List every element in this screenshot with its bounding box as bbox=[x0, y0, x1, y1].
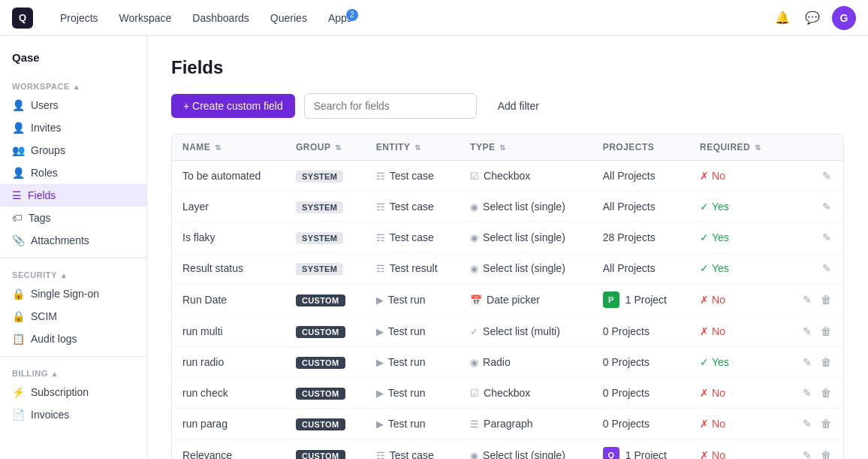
projects-count: All Projects bbox=[603, 170, 656, 182]
required-yes: ✓ Yes bbox=[700, 356, 773, 368]
sidebar-item-sso[interactable]: 🔒Single Sign-on bbox=[0, 282, 146, 305]
sidebar-item-scim[interactable]: 🔒SCIM bbox=[0, 305, 146, 328]
type-icon: ◉ bbox=[470, 232, 478, 243]
cell-required: ✓ Yes bbox=[689, 347, 783, 378]
topnav-dashboards[interactable]: Dashboards bbox=[183, 8, 258, 29]
cell-projects: All Projects bbox=[592, 192, 689, 222]
cell-name: run parag bbox=[172, 409, 285, 439]
col-entity: ENTITY ⇅ bbox=[366, 134, 460, 161]
topnav-queries[interactable]: Queries bbox=[261, 8, 316, 29]
projects-count: 0 Projects bbox=[603, 325, 649, 337]
table-row: Is flakySYSTEM☶Test case◉Select list (si… bbox=[172, 222, 843, 253]
group-badge: CUSTOM bbox=[296, 357, 345, 369]
group-badge: SYSTEM bbox=[296, 171, 343, 183]
table-row: LayerSYSTEM☶Test case◉Select list (singl… bbox=[172, 192, 843, 222]
type-label: Checkbox bbox=[484, 387, 530, 399]
cell-required: ✗ No bbox=[689, 378, 783, 409]
col-projects: PROJECTS bbox=[592, 134, 689, 161]
sidebar-item-roles[interactable]: 👤Roles bbox=[0, 162, 146, 184]
entity-icon: ▶ bbox=[376, 418, 384, 430]
edit-button[interactable]: ✎ bbox=[821, 261, 833, 276]
entity-icon: ▶ bbox=[376, 357, 384, 368]
required-no: ✗ No bbox=[700, 387, 773, 399]
required-yes: ✓ Yes bbox=[700, 201, 773, 213]
entity-icon: ☶ bbox=[376, 232, 385, 243]
app-logo[interactable]: Q bbox=[12, 8, 33, 29]
cell-entity: ▶Test run bbox=[366, 347, 460, 378]
edit-button[interactable]: ✎ bbox=[801, 385, 813, 400]
edit-button[interactable]: ✎ bbox=[801, 448, 813, 459]
sidebar-item-attachments[interactable]: 📎Attachments bbox=[0, 229, 146, 252]
project-avatar: Q bbox=[603, 447, 619, 459]
cell-actions: ✎🗑 bbox=[783, 378, 843, 409]
delete-button[interactable]: 🗑 bbox=[819, 416, 833, 431]
cell-projects: All Projects bbox=[592, 161, 689, 192]
cell-projects: 0 Projects bbox=[592, 316, 689, 347]
required-no: ✗ No bbox=[700, 325, 773, 337]
entity-label: Test run bbox=[388, 418, 426, 430]
sidebar-item-users[interactable]: 👤Users bbox=[0, 94, 146, 116]
cell-type: ◉Select list (single) bbox=[460, 222, 592, 253]
sidebar-item-fields[interactable]: ☰Fields bbox=[0, 184, 146, 207]
type-icon: ◉ bbox=[470, 263, 478, 274]
projects-count: All Projects bbox=[603, 201, 656, 213]
chat-icon[interactable]: 💬 bbox=[802, 8, 823, 29]
edit-button[interactable]: ✎ bbox=[801, 416, 813, 431]
table-row: run multiCUSTOM▶Test run✓Select list (mu… bbox=[172, 316, 843, 347]
sidebar-item-invites[interactable]: 👤Invites bbox=[0, 116, 146, 139]
notifications-icon[interactable]: 🔔 bbox=[772, 8, 793, 29]
delete-button[interactable]: 🗑 bbox=[819, 292, 833, 307]
delete-button[interactable]: 🗑 bbox=[819, 324, 833, 339]
group-badge: CUSTOM bbox=[296, 418, 345, 430]
cell-name: run check bbox=[172, 378, 285, 409]
topnav-projects[interactable]: Projects bbox=[51, 8, 107, 29]
delete-button[interactable]: 🗑 bbox=[819, 448, 833, 459]
cell-entity: ▶Test run bbox=[366, 284, 460, 316]
sidebar-item-invoices[interactable]: 📄Invoices bbox=[0, 403, 146, 426]
delete-button[interactable]: 🗑 bbox=[819, 385, 833, 400]
cell-type: ☰Paragraph bbox=[460, 409, 592, 439]
group-badge: SYSTEM bbox=[296, 263, 343, 275]
add-filter-button[interactable]: Add filter bbox=[486, 94, 551, 118]
user-avatar[interactable]: G bbox=[832, 6, 856, 30]
group-badge: CUSTOM bbox=[296, 326, 345, 338]
type-label: Radio bbox=[483, 356, 511, 368]
type-label: Date picker bbox=[487, 294, 540, 306]
layout: Qase WORKSPACE ▲ 👤Users 👤Invites 👥Groups… bbox=[0, 36, 868, 459]
cell-actions: ✎ bbox=[783, 253, 843, 284]
search-input[interactable] bbox=[304, 93, 477, 119]
projects-count: 0 Projects bbox=[603, 418, 649, 430]
sidebar-item-subscription[interactable]: ⚡Subscription bbox=[0, 381, 146, 403]
cell-type: ◉Select list (single) bbox=[460, 439, 592, 460]
edit-button[interactable]: ✎ bbox=[801, 324, 813, 339]
cell-name: Result status bbox=[172, 253, 285, 284]
projects-count: 0 Projects bbox=[603, 356, 649, 368]
create-custom-field-button[interactable]: + Create custom field bbox=[171, 94, 295, 118]
delete-button[interactable]: 🗑 bbox=[819, 355, 833, 370]
sidebar-item-tags[interactable]: 🏷Tags bbox=[0, 207, 146, 229]
type-label: Checkbox bbox=[484, 170, 530, 182]
project-avatar: P bbox=[603, 291, 619, 308]
edit-button[interactable]: ✎ bbox=[821, 199, 833, 214]
topnav-apps[interactable]: Apps2 bbox=[319, 8, 361, 29]
topnav-workspace[interactable]: Workspace bbox=[110, 8, 181, 29]
edit-button[interactable]: ✎ bbox=[821, 230, 833, 245]
cell-required: ✗ No bbox=[689, 439, 783, 460]
cell-projects: 0 Projects bbox=[592, 378, 689, 409]
group-badge: SYSTEM bbox=[296, 232, 343, 244]
topnav: Q Projects Workspace Dashboards Queries … bbox=[0, 0, 868, 36]
entity-label: Test case bbox=[390, 449, 434, 459]
cell-entity: ☶Test result bbox=[366, 253, 460, 284]
edit-button[interactable]: ✎ bbox=[801, 355, 813, 370]
edit-button[interactable]: ✎ bbox=[821, 168, 833, 183]
cell-actions: ✎🗑 bbox=[783, 284, 843, 316]
security-chevron: ▲ bbox=[60, 271, 68, 279]
sidebar-item-audit-logs[interactable]: 📋Audit logs bbox=[0, 328, 146, 350]
sidebar-item-groups[interactable]: 👥Groups bbox=[0, 139, 146, 162]
cell-type: ☑Checkbox bbox=[460, 378, 592, 409]
cell-actions: ✎🗑 bbox=[783, 347, 843, 378]
edit-button[interactable]: ✎ bbox=[801, 292, 813, 307]
cell-required: ✓ Yes bbox=[689, 222, 783, 253]
cell-actions: ✎ bbox=[783, 192, 843, 222]
cell-group: CUSTOM bbox=[285, 378, 366, 409]
